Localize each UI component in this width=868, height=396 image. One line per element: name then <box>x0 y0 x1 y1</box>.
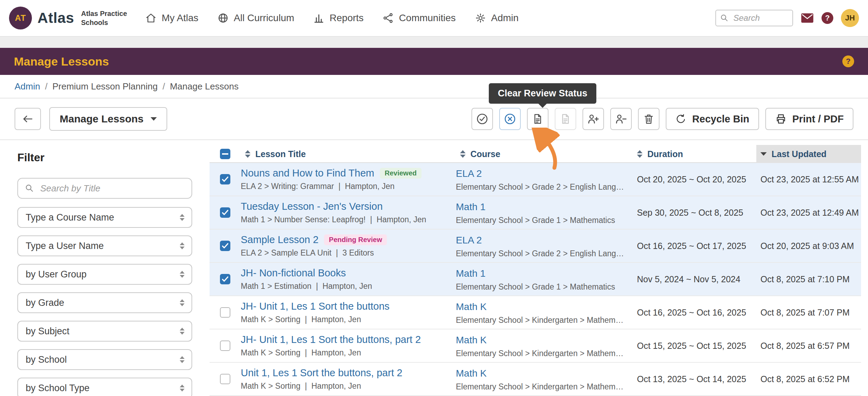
select-all-checkbox[interactable] <box>220 149 230 159</box>
row-checkbox-cell <box>210 307 241 318</box>
row-checkbox[interactable] <box>220 241 230 251</box>
filter-select-label: by School Type <box>26 383 180 394</box>
page-banner: Manage Lessons ? <box>0 48 868 75</box>
course-path: Elementary School > Grade 2 > English La… <box>456 182 626 192</box>
lesson-title-link[interactable]: Sample Lesson 2 <box>241 234 318 246</box>
lesson-title-cell: Sample Lesson 2Pending ReviewELA 2 > Sam… <box>241 234 456 258</box>
view-dropdown[interactable]: Manage Lessons <box>49 107 167 131</box>
lesson-title-cell: Tuesday Lesson - Jen's VersionMath 1 > N… <box>241 201 456 224</box>
lesson-title-cell: JH- Non-fictional BooksMath 1 > Estimati… <box>241 267 456 291</box>
duration-cell: Sep 30, 2025 ~ Oct 8, 2025 <box>633 208 756 218</box>
row-checkbox[interactable] <box>220 174 230 184</box>
mail-icon[interactable] <box>801 13 814 23</box>
filter-select-label: Type a User Name <box>26 241 180 251</box>
course-link[interactable]: Math K <box>456 335 487 345</box>
column-header-duration[interactable]: Duration <box>633 145 756 163</box>
row-checkbox-cell <box>210 174 241 184</box>
arrow-left-icon <box>22 113 34 125</box>
toolbar-actions: Recycle Bin Print / PDF <box>471 108 853 130</box>
table-row: Tuesday Lesson - Jen's VersionMath 1 > N… <box>210 196 861 230</box>
course-link[interactable]: Math 1 <box>456 268 486 279</box>
filter-select[interactable]: by Grade <box>17 292 192 313</box>
back-button[interactable] <box>15 108 41 130</box>
lessons-table: Lesson Title Course Duration Last Update… <box>210 140 861 396</box>
avatar[interactable]: JH <box>841 9 859 27</box>
mark-reviewed-button[interactable] <box>471 108 493 130</box>
column-header-last-updated[interactable]: Last Updated <box>756 145 861 163</box>
row-checkbox[interactable] <box>220 207 230 218</box>
nav-item-admin[interactable]: Admin <box>475 12 519 24</box>
lesson-title-link[interactable]: Nouns and How to Find Them <box>241 167 374 179</box>
page-title: Manage Lessons <box>14 55 109 68</box>
course-link[interactable]: Math K <box>456 301 487 312</box>
filter-select[interactable]: by School <box>17 349 192 370</box>
column-header-lesson-title[interactable]: Lesson Title <box>241 145 456 163</box>
lesson-title-link[interactable]: Unit 1, Les 1 Sort the buttons, part 2 <box>241 367 402 379</box>
gear-icon <box>475 12 486 24</box>
brand-name: Atlas <box>37 10 74 26</box>
filter-select-label: Type a Course Name <box>26 212 180 223</box>
row-checkbox-cell <box>210 341 241 351</box>
lesson-title-link[interactable]: Tuesday Lesson - Jen's Version <box>241 201 383 212</box>
course-link[interactable]: ELA 2 <box>456 235 482 246</box>
filter-select[interactable]: by Subject <box>17 321 192 342</box>
add-user-button[interactable] <box>582 108 604 130</box>
search-icon <box>24 183 35 193</box>
course-path: Elementary School > Grade 1 > Mathematic… <box>456 216 626 225</box>
filter-select-label: by School <box>26 354 180 365</box>
table-row: Nouns and How to Find ThemReviewedELA 2 … <box>210 163 861 196</box>
clear-review-status-button[interactable] <box>499 108 521 130</box>
filter-heading: Filter <box>17 151 192 164</box>
course-link[interactable]: Math 1 <box>456 201 486 212</box>
course-cell: ELA 2Elementary School > Grade 2 > Engli… <box>456 167 633 192</box>
banner-help-icon[interactable]: ? <box>842 55 854 67</box>
org-name: Atlas Practice Schools <box>81 9 127 27</box>
remove-user-button[interactable] <box>610 108 632 130</box>
table-header: Lesson Title Course Duration Last Update… <box>210 145 861 163</box>
course-link[interactable]: Math K <box>456 368 487 379</box>
table-row: JH- Non-fictional BooksMath 1 > Estimati… <box>210 263 861 296</box>
breadcrumb-link-admin[interactable]: Admin <box>15 81 40 92</box>
row-checkbox[interactable] <box>220 374 230 384</box>
row-checkbox[interactable] <box>220 274 230 284</box>
nav-item-reports[interactable]: Reports <box>313 12 364 24</box>
row-checkbox[interactable] <box>220 341 230 351</box>
lesson-subtitle: Math 1 > Estimation | Hampton, Jen <box>241 282 446 291</box>
main-nav: My Atlas All Curriculum Reports Communit… <box>145 12 519 24</box>
recycle-bin-button[interactable]: Recycle Bin <box>666 108 759 130</box>
table-row: Sample Lesson 2Pending ReviewELA 2 > Sam… <box>210 230 861 263</box>
toolbar: Manage Lessons <box>0 98 868 140</box>
x-circle-icon <box>503 112 517 126</box>
course-cell: ELA 2Elementary School > Grade 2 > Engli… <box>456 233 633 258</box>
print-pdf-button[interactable]: Print / PDF <box>765 108 853 130</box>
spinner-arrows-icon <box>180 271 185 278</box>
top-navbar: AT Atlas Atlas Practice Schools My Atlas… <box>0 0 868 36</box>
course-link[interactable]: ELA 2 <box>456 168 482 179</box>
sort-desc-icon <box>760 152 767 156</box>
nav-item-all-curriculum[interactable]: All Curriculum <box>217 12 294 24</box>
lesson-title-link[interactable]: JH- Non-fictional Books <box>241 267 346 279</box>
filter-select[interactable]: by School Type <box>17 378 192 396</box>
sort-icon <box>460 150 466 158</box>
lesson-title-link[interactable]: JH- Unit 1, Les 1 Sort the buttons <box>241 301 390 312</box>
export-document-disabled-button <box>555 108 576 130</box>
filter-select[interactable]: Type a Course Name <box>17 207 192 228</box>
nav-item-my-atlas[interactable]: My Atlas <box>145 12 198 24</box>
row-checkbox-cell <box>210 207 241 218</box>
breadcrumb-separator: / <box>162 81 165 92</box>
help-icon[interactable]: ? <box>822 12 833 24</box>
title-search-input[interactable] <box>17 178 192 199</box>
filter-select[interactable]: by User Group <box>17 264 192 285</box>
last-updated-cell: Oct 20, 2025 at 9:03 AM <box>756 241 861 251</box>
breadcrumb-item-current: Manage Lessons <box>170 81 239 92</box>
nav-item-communities[interactable]: Communities <box>382 12 456 24</box>
person-minus-icon <box>614 112 628 126</box>
delete-button[interactable] <box>638 108 659 130</box>
spinner-arrows-icon <box>180 214 185 221</box>
duration-cell: Oct 16, 2025 ~ Oct 17, 2025 <box>633 241 756 251</box>
filter-select[interactable]: Type a User Name <box>17 235 192 256</box>
column-header-course[interactable]: Course <box>456 145 633 163</box>
lesson-title-link[interactable]: JH- Unit 1, Les 1 Sort the buttons, part… <box>241 334 421 345</box>
row-checkbox[interactable] <box>220 307 230 318</box>
atlas-logo[interactable]: AT Atlas Atlas Practice Schools <box>9 7 127 29</box>
